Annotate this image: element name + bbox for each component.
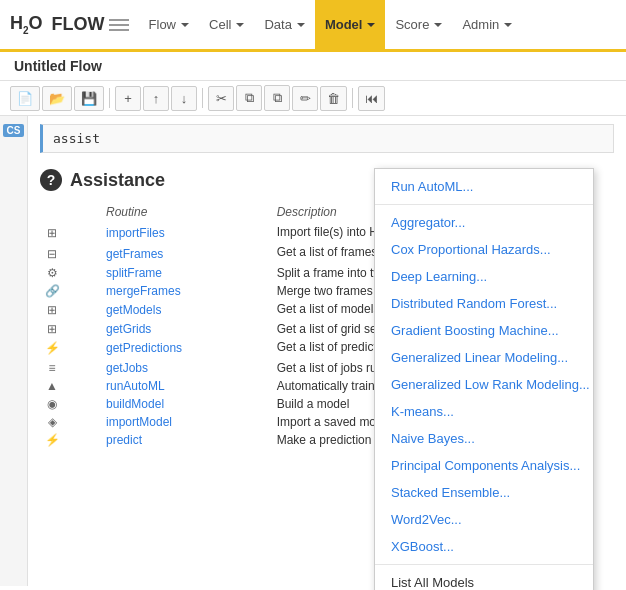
- routine-icon-cell: ⊟: [40, 243, 102, 263]
- brand-line-1: [109, 19, 129, 21]
- dropdown-item-stacked-ensemble---[interactable]: Stacked Ensemble...: [375, 479, 593, 506]
- nav-label-model: Model: [325, 17, 363, 32]
- routine-icon-importFiles: ⊞: [44, 226, 60, 240]
- routine-link-getJobs[interactable]: getJobs: [106, 361, 148, 375]
- routine-icon-mergeFrames: 🔗: [44, 284, 60, 298]
- dropdown-section-2: List All ModelsList Grid Search ResultsI…: [375, 565, 593, 590]
- toolbar-separator-2: [202, 88, 203, 108]
- routine-icon-runAutoML: ▲: [44, 379, 60, 393]
- nav-items: Flow Cell Data Model Score Admin: [139, 0, 523, 51]
- routine-name-cell: predict: [102, 431, 273, 449]
- routine-name-cell: mergeFrames: [102, 282, 273, 300]
- nav-item-score[interactable]: Score: [385, 0, 452, 51]
- routine-icon-getGrids: ⊞: [44, 322, 60, 336]
- toolbar-separator-3: [352, 88, 353, 108]
- add-cell-button[interactable]: +: [115, 86, 141, 111]
- delete-button[interactable]: 🗑: [320, 86, 347, 111]
- routine-link-importFiles[interactable]: importFiles: [106, 226, 165, 240]
- routine-name-cell: getModels: [102, 300, 273, 320]
- dropdown-item-list-all-models[interactable]: List All Models: [375, 569, 593, 590]
- nav-label-score: Score: [395, 17, 429, 32]
- routine-icon-cell: ▲: [40, 377, 102, 395]
- brand-line-3: [109, 29, 129, 31]
- routine-icon-cell: 🔗: [40, 282, 102, 300]
- routine-link-buildModel[interactable]: buildModel: [106, 397, 164, 411]
- routine-link-runAutoML[interactable]: runAutoML: [106, 379, 165, 393]
- dropdown-item-deep-learning---[interactable]: Deep Learning...: [375, 263, 593, 290]
- dropdown-item-distributed-random-forest---[interactable]: Distributed Random Forest...: [375, 290, 593, 317]
- brand-flow: FLOW: [47, 14, 105, 35]
- routine-link-splitFrame[interactable]: splitFrame: [106, 266, 162, 280]
- dropdown-item-gradient-boosting-machine---[interactable]: Gradient Boosting Machine...: [375, 317, 593, 344]
- copy-button[interactable]: ⧉: [236, 85, 262, 111]
- cell-input: assist: [40, 124, 614, 153]
- routine-name-cell: importFiles: [102, 223, 273, 243]
- assistance-heading: Assistance: [70, 170, 165, 191]
- nav-label-cell: Cell: [209, 17, 231, 32]
- dropdown-item-generalized-linear-modeling---[interactable]: Generalized Linear Modeling...: [375, 344, 593, 371]
- nav-label-admin: Admin: [462, 17, 499, 32]
- routine-icon-cell: ⚡: [40, 338, 102, 358]
- routine-icon-buildModel: ◉: [44, 397, 60, 411]
- routine-link-mergeFrames[interactable]: mergeFrames: [106, 284, 181, 298]
- routine-icon-cell: ⊞: [40, 223, 102, 243]
- chevron-down-icon-flow: [181, 23, 189, 27]
- brand: H2O FLOW: [10, 13, 129, 36]
- routine-link-getModels[interactable]: getModels: [106, 303, 161, 317]
- nav-item-admin[interactable]: Admin: [452, 0, 522, 51]
- navbar: H2O FLOW Flow Cell Data Model Score: [0, 0, 626, 52]
- nav-item-flow[interactable]: Flow: [139, 0, 199, 51]
- open-button[interactable]: 📂: [42, 86, 72, 111]
- run-button[interactable]: ⏮: [358, 86, 385, 111]
- routine-name-cell: getFrames: [102, 243, 273, 263]
- model-dropdown-menu: Run AutoML...Aggregator...Cox Proportion…: [374, 168, 594, 590]
- routine-name-cell: runAutoML: [102, 377, 273, 395]
- chevron-down-icon-data: [297, 23, 305, 27]
- dropdown-section-1: Aggregator...Cox Proportional Hazards...…: [375, 205, 593, 565]
- title-bar: Untitled Flow: [0, 52, 626, 81]
- dropdown-item-cox-proportional-hazards---[interactable]: Cox Proportional Hazards...: [375, 236, 593, 263]
- cell-type-badge: CS: [3, 124, 25, 137]
- paste-button[interactable]: ⧉: [264, 85, 290, 111]
- dropdown-section-0: Run AutoML...: [375, 169, 593, 205]
- routine-icon-getModels: ⊞: [44, 303, 60, 317]
- dropdown-item-naive-bayes---[interactable]: Naive Bayes...: [375, 425, 593, 452]
- dropdown-item-xgboost---[interactable]: XGBoost...: [375, 533, 593, 560]
- nav-label-flow: Flow: [149, 17, 176, 32]
- cut-button[interactable]: ✂: [208, 86, 234, 111]
- routine-link-predict[interactable]: predict: [106, 433, 142, 447]
- routine-icon-cell: ⚡: [40, 431, 102, 449]
- move-down-button[interactable]: ↓: [171, 86, 197, 111]
- edit-button[interactable]: ✏: [292, 86, 318, 111]
- dropdown-item-word2vec---[interactable]: Word2Vec...: [375, 506, 593, 533]
- dropdown-item-principal-components-analysis---[interactable]: Principal Components Analysis...: [375, 452, 593, 479]
- routine-icon-cell: ⊞: [40, 320, 102, 338]
- new-cell-button[interactable]: 📄: [10, 86, 40, 111]
- routine-link-getPredictions[interactable]: getPredictions: [106, 341, 182, 355]
- dropdown-item-run-automl---[interactable]: Run AutoML...: [375, 173, 593, 200]
- routine-icon-importModel: ◈: [44, 415, 60, 429]
- routine-link-getGrids[interactable]: getGrids: [106, 322, 151, 336]
- col-header-routine: Routine: [102, 203, 273, 223]
- brand-line-2: [109, 24, 129, 26]
- dropdown-item-aggregator---[interactable]: Aggregator...: [375, 209, 593, 236]
- routine-link-importModel[interactable]: importModel: [106, 415, 172, 429]
- chevron-down-icon-admin: [504, 23, 512, 27]
- dropdown-item-k-means---[interactable]: K-means...: [375, 398, 593, 425]
- routine-icon-splitFrame: ⚙: [44, 266, 60, 280]
- save-button[interactable]: 💾: [74, 86, 104, 111]
- routine-name-cell: buildModel: [102, 395, 273, 413]
- nav-item-model[interactable]: Model: [315, 0, 386, 51]
- routine-icon-predict: ⚡: [44, 433, 60, 447]
- routine-icon-cell: ⊞: [40, 300, 102, 320]
- routine-name-cell: getJobs: [102, 359, 273, 377]
- routine-name-cell: splitFrame: [102, 264, 273, 282]
- cell-code: assist: [53, 131, 100, 146]
- routine-link-getFrames[interactable]: getFrames: [106, 247, 163, 261]
- nav-item-cell[interactable]: Cell: [199, 0, 254, 51]
- move-up-button[interactable]: ↑: [143, 86, 169, 111]
- routine-icon-cell: ◈: [40, 413, 102, 431]
- dropdown-item-generalized-low-rank-modeling---[interactable]: Generalized Low Rank Modeling...: [375, 371, 593, 398]
- toolbar: 📄 📂 💾 + ↑ ↓ ✂ ⧉ ⧉ ✏ 🗑 ⏮: [0, 81, 626, 116]
- nav-item-data[interactable]: Data: [254, 0, 314, 51]
